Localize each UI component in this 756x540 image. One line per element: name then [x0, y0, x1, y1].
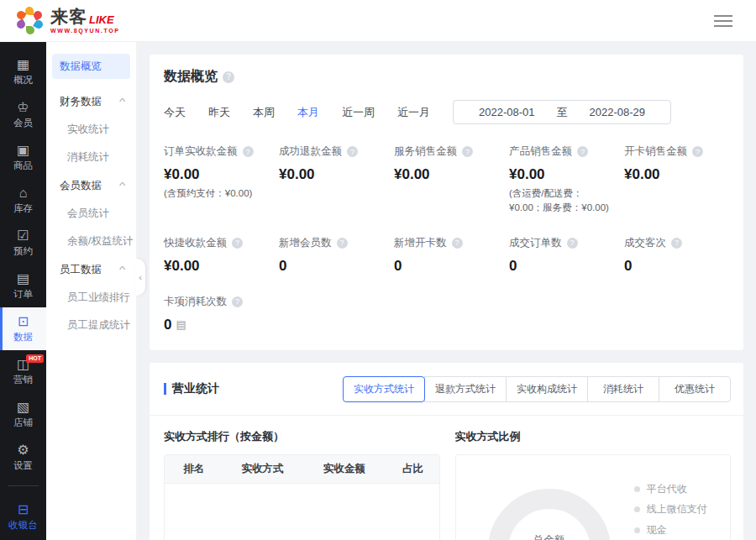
- legend-dot-icon: [634, 527, 640, 533]
- submenu-item[interactable]: 员工数据 ^: [46, 255, 136, 284]
- chevron-up-icon: ^: [119, 97, 125, 107]
- stats-grid: 订单实收款金额 ? ¥0.00 (含预约支付：¥0.00) 成功退款金额: [164, 144, 729, 333]
- submenu-item[interactable]: 员工提成统计: [46, 312, 136, 339]
- stat-label: 卡项消耗次数: [164, 295, 227, 309]
- rank-table-header: 排名 实收方式 实收金额 占比: [165, 455, 439, 484]
- help-icon[interactable]: ?: [577, 146, 588, 157]
- stat-value: ¥0.00: [279, 166, 315, 183]
- stat-item: 服务销售金额 ? ¥0.00: [394, 144, 499, 216]
- chevron-left-icon: ‹: [139, 272, 142, 282]
- submenu-item[interactable]: 实收统计: [46, 116, 136, 144]
- submenu-item[interactable]: 消耗统计: [46, 144, 136, 171]
- help-icon[interactable]: ?: [567, 238, 578, 249]
- sidebar-item[interactable]: ♔ 会员: [0, 93, 46, 136]
- date-filter-option[interactable]: 昨天: [208, 105, 230, 120]
- sidebar-item-label: 收银台: [8, 519, 38, 532]
- legend-dot-icon: [634, 486, 640, 492]
- section-accent-bar: [164, 383, 166, 395]
- sidebar-item[interactable]: HOT ◫ 营销: [0, 350, 46, 393]
- page-title: 数据概览: [164, 68, 218, 86]
- stat-label: 成功退款金额: [279, 144, 342, 159]
- sidebar-item[interactable]: ▦ 概况: [0, 50, 46, 93]
- sidebar-item-label: 库存: [13, 202, 33, 215]
- quick-date-filters: 今天 昨天 本周 本月 近一周 近一月: [164, 105, 453, 120]
- business-stats-card: 营业统计 实收方式统计 退款方式统计 实收构成统计 消耗统计 优惠统计: [150, 363, 743, 540]
- sidebar-item-label: 营销: [13, 374, 33, 386]
- submenu-item[interactable]: 员工业绩排行: [46, 284, 136, 312]
- stat-subtext: (含预约支付：¥0.00): [164, 186, 269, 201]
- help-icon[interactable]: ?: [452, 238, 463, 249]
- submenu-item[interactable]: 会员数据 ^: [46, 171, 136, 200]
- legend-item[interactable]: 线上微信支付: [634, 502, 718, 516]
- help-icon[interactable]: ?: [671, 238, 682, 249]
- stat-item: 成功退款金额 ? ¥0.00: [279, 144, 384, 216]
- help-icon[interactable]: ?: [692, 146, 703, 157]
- rank-table-column: 占比: [386, 455, 438, 483]
- main-content: 数据概览 ? 今天 昨天 本周 本月 近一周: [137, 42, 756, 540]
- hot-badge: HOT: [26, 354, 44, 363]
- stats-tab[interactable]: 退款方式统计: [424, 376, 507, 402]
- stat-label: 成交订单数: [509, 236, 562, 250]
- rank-table-column: 实收金额: [302, 455, 386, 483]
- legend-item[interactable]: 现金: [634, 523, 718, 537]
- stat-item: 成交订单数 ? 0: [509, 236, 614, 275]
- stat-value: 0: [164, 317, 171, 333]
- help-icon[interactable]: ?: [337, 238, 348, 249]
- stat-label: 新增会员数: [279, 236, 332, 250]
- date-filter-row: 今天 昨天 本周 本月 近一周 近一月 2022-08-01 至 20: [164, 100, 729, 124]
- help-icon[interactable]: ?: [347, 146, 358, 157]
- submenu-item[interactable]: 财务数据 ^: [46, 87, 136, 116]
- legend-item[interactable]: 平台代收: [634, 482, 718, 496]
- help-icon[interactable]: ?: [232, 296, 243, 307]
- hamburger-menu-icon[interactable]: [714, 12, 732, 30]
- submenu-item[interactable]: 会员统计: [46, 200, 136, 228]
- sidebar-item[interactable]: ⊡ 数据: [0, 307, 46, 350]
- stats-tab[interactable]: 实收构成统计: [506, 376, 588, 402]
- primary-sidebar: ▦ 概况 ♔ 会员 ▣ 商品 ⌂ 库存: [0, 42, 46, 540]
- sidebar-item-icon: ⊡: [18, 315, 29, 328]
- chart-legend: 平台代收 线上微信支付 现金: [634, 455, 718, 540]
- sidebar-item[interactable]: ▣ 商品: [0, 136, 46, 179]
- stat-value: 0: [279, 258, 286, 275]
- date-filter-option[interactable]: 近一月: [397, 105, 430, 120]
- empty-state: 暂无数据: [165, 484, 439, 540]
- date-range-picker[interactable]: 2022-08-01 至 2022-08-29: [453, 100, 671, 124]
- submenu-item[interactable]: 数据概览: [52, 54, 130, 79]
- sidebar-item[interactable]: ☑ 预约: [0, 222, 46, 265]
- sidebar-item-icon: ☑: [17, 229, 29, 243]
- sidebar-item[interactable]: ▧ 店铺: [0, 393, 46, 436]
- sidebar-item-label: 概况: [13, 74, 33, 87]
- card-detail-icon[interactable]: ▤: [176, 318, 186, 331]
- stats-tab[interactable]: 优惠统计: [659, 376, 731, 402]
- rank-table: 排名 实收方式 实收金额 占比: [164, 454, 440, 540]
- help-icon[interactable]: ?: [243, 146, 254, 157]
- sidebar-item[interactable]: ▤ 订单: [0, 265, 46, 307]
- sidebar-item-cashier[interactable]: ⊟ 收银台: [0, 493, 46, 540]
- sidebar-item-icon: ▤: [17, 272, 29, 286]
- stats-tab[interactable]: 消耗统计: [587, 376, 659, 402]
- brand-suffix: LIKE: [89, 14, 114, 25]
- date-filter-option[interactable]: 近一周: [342, 105, 375, 120]
- stat-value: ¥0.00: [164, 258, 200, 275]
- date-filter-option[interactable]: 本周: [253, 105, 275, 120]
- sidebar-collapse-handle[interactable]: ‹: [135, 259, 145, 296]
- sidebar-divider: [8, 485, 39, 486]
- sidebar-item[interactable]: ⚙ 设置: [0, 436, 46, 479]
- stat-item: 卡项消耗次数 ? 0 ▤: [164, 295, 269, 333]
- sidebar-item[interactable]: ⌂ 库存: [0, 179, 46, 222]
- stat-label: 服务销售金额: [394, 144, 457, 159]
- help-icon[interactable]: ?: [223, 71, 234, 83]
- submenu-item[interactable]: 余额/权益统计: [46, 228, 136, 255]
- help-icon[interactable]: ?: [232, 238, 243, 249]
- stat-item: 新增会员数 ? 0: [279, 236, 384, 275]
- sidebar-item-label: 预约: [13, 245, 33, 258]
- date-filter-option[interactable]: 今天: [164, 105, 186, 120]
- stat-label: 产品销售金额: [509, 144, 572, 159]
- help-icon[interactable]: ?: [462, 146, 473, 157]
- sidebar-item-icon: ▦: [17, 58, 29, 71]
- stat-label: 成交客次: [624, 236, 666, 250]
- stats-tab[interactable]: 实收方式统计: [343, 376, 425, 402]
- date-filter-option[interactable]: 本月: [297, 105, 319, 120]
- sidebar-item-label: 订单: [13, 288, 33, 301]
- sidebar-item-label: 商品: [13, 160, 33, 172]
